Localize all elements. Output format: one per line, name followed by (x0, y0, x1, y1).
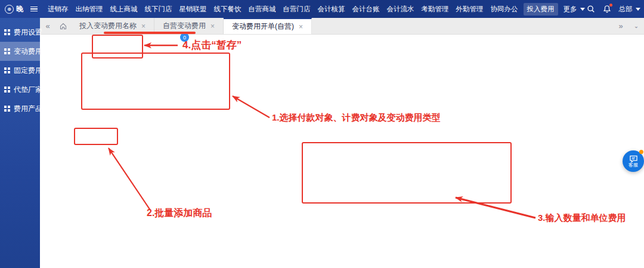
app-logo-label: 晚 (16, 4, 23, 14)
nav-item-label: 更多 (564, 5, 577, 14)
nav-item-label: 出纳管理 (76, 5, 103, 14)
attachment-count-badge: 0 (180, 33, 189, 42)
nav-item-label: 线上商城 (110, 5, 138, 14)
tab-menu-chevron-icon[interactable]: ⌄ (628, 23, 644, 29)
nav-item-线下门店[interactable]: 线下门店 (143, 3, 174, 16)
sidebar-item-费用设置[interactable]: 费用设置 (0, 23, 40, 42)
grid-icon (4, 67, 7, 70)
nav-item-label: 会计流水 (387, 5, 414, 14)
nav-item-协同办公[interactable]: 协同办公 (489, 3, 520, 16)
sidebar-item-label: 固定费用 (14, 66, 42, 76)
nav-item-label: 协同办公 (491, 5, 518, 14)
search-icon[interactable] (587, 5, 595, 13)
navbar-right: 总部 星辰科技DEV (587, 5, 644, 14)
app-logo-icon: ⊗ (5, 5, 14, 14)
support-label: 客服 (628, 163, 638, 168)
org-name: 总部 (619, 5, 633, 14)
nav-item-会计核算[interactable]: 会计核算 (316, 3, 347, 16)
tab-label: 投入变动费用名称 (79, 21, 137, 31)
nav-item-label: 线下门店 (145, 5, 172, 14)
sidebar-item-费用产品[interactable]: 费用产品 (0, 99, 40, 118)
grid-icon (4, 106, 7, 108)
sidebar-item-代垫厂家[interactable]: 代垫厂家 (0, 80, 40, 99)
nav-item-出纳管理[interactable]: 出纳管理 (74, 3, 105, 16)
nav-item-星销联盟[interactable]: 星销联盟 (178, 3, 209, 16)
grid-icon (4, 48, 7, 51)
nav-item-label: 线下餐饮 (214, 5, 242, 14)
sidebar-item-label: 费用设置 (14, 27, 42, 38)
tabs: 投入变动费用名称×自营变动费用×变动费用开单(自营)× (71, 18, 312, 34)
grid-icon (4, 29, 7, 32)
nav-item-label: 进销存 (48, 5, 69, 14)
nav-item-label: 会计核算 (318, 5, 345, 14)
left-sidebar: 费用设置变动费用固定费用代垫厂家费用产品 (0, 18, 40, 268)
hamburger-menu-icon[interactable] (30, 7, 38, 12)
expand-tabs-icon[interactable]: » (613, 21, 628, 30)
nav-item-label: 外勤管理 (456, 5, 484, 14)
nav-item-label: 考勤管理 (422, 5, 449, 14)
main-menu: 进销存出纳管理线上商城线下门店星销联盟线下餐饮自营商城自营门店会计核算会计台账会… (46, 3, 587, 16)
navbar-left: ⊗ 晚 进销存出纳管理线上商城线下门店星销联盟线下餐饮自营商城自营门店会计核算会… (0, 3, 587, 16)
nav-item-会计台账[interactable]: 会计台账 (351, 3, 382, 16)
chevron-down-icon (636, 8, 640, 11)
sidebar-item-固定费用[interactable]: 固定费用 (0, 61, 40, 80)
nav-item-label: 会计台账 (352, 5, 380, 14)
chat-icon (629, 155, 638, 163)
nav-item-外勤管理[interactable]: 外勤管理 (454, 3, 485, 16)
tab-投入变动费用名称[interactable]: 投入变动费用名称× (71, 18, 154, 34)
sidebar-item-变动费用[interactable]: 变动费用 (0, 42, 40, 61)
nav-item-label: 自营门店 (283, 5, 311, 14)
tab-label: 变动费用开单(自营) (232, 21, 294, 32)
nav-item-进销存[interactable]: 进销存 (46, 3, 70, 16)
main-content (40, 35, 644, 268)
nav-item-更多[interactable]: 更多 (562, 3, 587, 16)
close-icon[interactable]: × (141, 22, 145, 30)
close-icon[interactable]: × (299, 23, 303, 31)
tab-自营变动费用[interactable]: 自营变动费用× (154, 18, 224, 34)
nav-item-自营门店[interactable]: 自营门店 (281, 3, 312, 16)
notification-dot (609, 4, 612, 7)
app-logo[interactable]: ⊗ 晚 (5, 4, 23, 14)
home-icon[interactable] (55, 18, 71, 34)
grid-icon (4, 87, 7, 89)
tab-label: 自营变动费用 (163, 21, 206, 31)
nav-item-线下餐饮[interactable]: 线下餐饮 (212, 3, 243, 16)
nav-item-label: 星销联盟 (179, 5, 207, 14)
nav-item-考勤管理[interactable]: 考勤管理 (420, 3, 451, 16)
top-navbar: ⊗ 晚 进销存出纳管理线上商城线下门店星销联盟线下餐饮自营商城自营门店会计核算会… (0, 0, 644, 18)
sidebar-item-label: 费用产品 (14, 104, 42, 114)
tab-bar: « 投入变动费用名称×自营变动费用×变动费用开单(自营)× » ⌄ (40, 18, 644, 35)
sidebar-item-label: 代垫厂家 (14, 85, 42, 95)
tab-变动费用开单(自营)[interactable]: 变动费用开单(自营)× (224, 18, 312, 34)
nav-item-会计流水[interactable]: 会计流水 (385, 3, 416, 16)
nav-item-线上商城[interactable]: 线上商城 (109, 3, 140, 16)
nav-item-投入费用[interactable]: 投入费用 (524, 3, 558, 16)
chevron-down-icon (580, 8, 585, 11)
nav-item-自营商城[interactable]: 自营商城 (247, 3, 278, 16)
nav-item-label: 自营商城 (249, 5, 276, 14)
nav-item-label: 投入费用 (527, 5, 555, 14)
org-switcher[interactable]: 总部 (619, 5, 640, 14)
sidebar-item-label: 变动费用 (14, 47, 42, 57)
support-status-dot (639, 150, 643, 154)
close-icon[interactable]: × (210, 22, 215, 30)
notifications-bell-icon[interactable] (603, 5, 611, 13)
